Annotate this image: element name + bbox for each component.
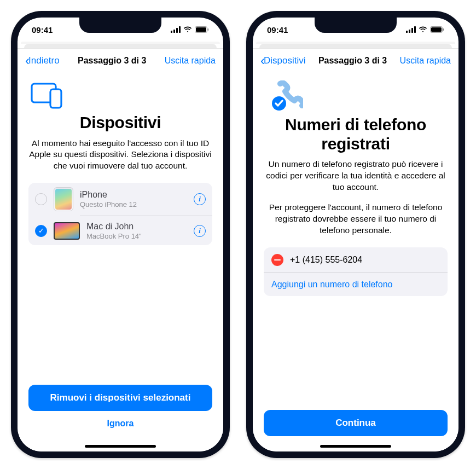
- back-label: Indietro: [28, 55, 60, 66]
- svg-rect-17: [274, 259, 281, 260]
- phone-hero-icon: [264, 80, 448, 112]
- status-time: 09:41: [32, 25, 53, 34]
- iphone-thumb-icon: [54, 187, 73, 211]
- device-row[interactable]: ✓ Mac di John MacBook Pro 14" i: [80, 216, 212, 245]
- sheet: ‹ Indietro Passaggio 3 di 3 Uscita rapid…: [18, 48, 223, 451]
- svg-rect-6: [208, 28, 209, 31]
- content-area: Numeri di telefono registrati Un numero …: [253, 73, 458, 401]
- checkbox-unchecked[interactable]: [35, 193, 47, 205]
- svg-rect-10: [409, 30, 410, 33]
- signal-icon: [171, 26, 181, 33]
- quick-exit-button[interactable]: Uscita rapida: [165, 56, 216, 66]
- footer: Continua: [253, 401, 458, 451]
- phone-number-row[interactable]: +1 (415) 555-6204: [264, 247, 448, 273]
- home-indicator[interactable]: [85, 445, 156, 448]
- devices-hero-icon: [28, 80, 212, 110]
- home-indicator[interactable]: [320, 445, 391, 448]
- svg-rect-14: [431, 27, 442, 32]
- spacer: [28, 245, 212, 376]
- device-text: iPhone Questo iPhone 12: [80, 190, 194, 209]
- status-indicators: [406, 26, 444, 33]
- battery-icon: [195, 26, 209, 33]
- svg-rect-12: [414, 26, 416, 33]
- step-indicator: Passaggio 3 di 3: [78, 56, 146, 66]
- svg-rect-2: [176, 28, 178, 33]
- signal-icon: [406, 26, 416, 33]
- screen: 09:41 ‹ Indietro Passaggio 3 di 3 Uscita…: [18, 18, 223, 451]
- svg-rect-5: [196, 27, 206, 32]
- checkbox-checked[interactable]: ✓: [35, 225, 47, 237]
- info-icon[interactable]: i: [194, 225, 206, 237]
- svg-rect-3: [179, 26, 181, 33]
- device-name: iPhone: [80, 190, 194, 200]
- page-subtitle: Al momento hai eseguito l'accesso con il…: [28, 138, 212, 172]
- device-sub: Questo iPhone 12: [80, 200, 194, 209]
- battery-icon: [430, 26, 444, 33]
- device-text: Mac di John MacBook Pro 14": [86, 222, 194, 240]
- phone-number-list: +1 (415) 555-6204 Aggiungi un numero di …: [264, 247, 448, 296]
- page-title: Numeri di telefono registrati: [264, 115, 448, 153]
- phone-frame-right: 09:41 ‹ Dispositivi Passaggio 3 di 3 Usc…: [246, 11, 465, 458]
- nav-bar: ‹ Indietro Passaggio 3 di 3 Uscita rapid…: [18, 49, 223, 73]
- notch: [315, 18, 397, 33]
- sheet-layer: [24, 44, 217, 48]
- add-phone-button[interactable]: Aggiungi un numero di telefono: [264, 273, 448, 296]
- footer: Rimuovi i dispositivi selezionati Ignora: [18, 376, 223, 451]
- sheet: ‹ Dispositivi Passaggio 3 di 3 Uscita ra…: [253, 48, 458, 451]
- phone-number-value: +1 (415) 555-6204: [290, 255, 362, 265]
- back-label: Dispositivi: [264, 55, 306, 66]
- status-indicators: [171, 26, 209, 33]
- svg-rect-9: [406, 31, 408, 33]
- phone-frame-left: 09:41 ‹ Indietro Passaggio 3 di 3 Uscita…: [11, 11, 230, 458]
- page-subtitle: Un numero di telefono registrato può ric…: [264, 159, 448, 193]
- device-row[interactable]: iPhone Questo iPhone 12 i: [28, 183, 212, 216]
- page-subtitle-2: Per proteggere l'account, il numero di t…: [264, 202, 448, 236]
- remove-selected-button[interactable]: Rimuovi i dispositivi selezionati: [28, 385, 212, 411]
- back-button[interactable]: ‹ Indietro: [25, 54, 60, 67]
- svg-rect-0: [171, 31, 172, 33]
- notch: [79, 18, 161, 33]
- nav-bar: ‹ Dispositivi Passaggio 3 di 3 Uscita ra…: [253, 49, 458, 73]
- continue-button[interactable]: Continua: [264, 410, 448, 436]
- back-button[interactable]: ‹ Dispositivi: [260, 54, 306, 67]
- info-icon[interactable]: i: [194, 193, 206, 205]
- skip-button[interactable]: Ignora: [28, 411, 212, 436]
- remove-icon[interactable]: [271, 254, 283, 266]
- device-list: iPhone Questo iPhone 12 i ✓ Mac di John …: [28, 183, 212, 245]
- device-sub: MacBook Pro 14": [86, 232, 194, 240]
- step-indicator: Passaggio 3 di 3: [318, 56, 387, 66]
- sheet-layer: [259, 44, 452, 48]
- svg-rect-15: [443, 28, 444, 31]
- wifi-icon: [183, 26, 192, 33]
- device-name: Mac di John: [86, 222, 194, 231]
- wifi-icon: [419, 26, 427, 33]
- page-title: Dispositivi: [28, 113, 212, 132]
- quick-exit-button[interactable]: Uscita rapida: [400, 56, 451, 66]
- svg-rect-8: [50, 89, 61, 108]
- svg-rect-11: [411, 28, 413, 33]
- screen: 09:41 ‹ Dispositivi Passaggio 3 di 3 Usc…: [253, 18, 458, 451]
- macbook-thumb-icon: [54, 222, 80, 240]
- svg-rect-1: [173, 30, 175, 33]
- spacer: [264, 296, 448, 401]
- status-time: 09:41: [267, 25, 288, 34]
- content-area: Dispositivi Al momento hai eseguito l'ac…: [18, 73, 223, 376]
